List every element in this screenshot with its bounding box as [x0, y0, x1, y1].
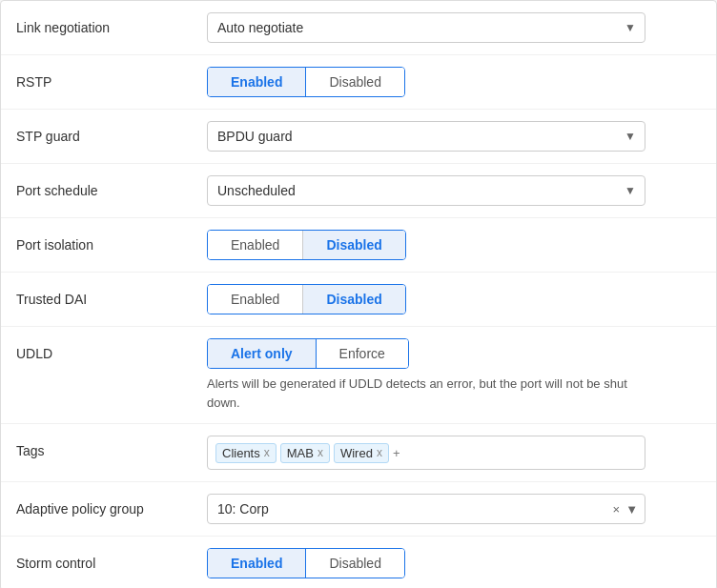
link-negotiation-row: Link negotiation Auto negotiate ▼ [1, 1, 716, 55]
udld-description: Alerts will be generated if UDLD detects… [207, 375, 645, 412]
stp-guard-label: STP guard [16, 121, 207, 144]
udld-control: Alert only Enforce Alerts will be genera… [207, 338, 701, 412]
tag-wired-text: Wired [340, 446, 373, 460]
rstp-toggle-group: Enabled Disabled [207, 67, 405, 97]
storm-control-enabled-button[interactable]: Enabled [208, 549, 306, 578]
udld-enforce-button[interactable]: Enforce [317, 339, 408, 368]
tag-mab-remove-button[interactable]: x [318, 447, 323, 458]
trusted-dai-control: Enabled Disabled [207, 284, 701, 314]
port-isolation-disabled-button[interactable]: Disabled [303, 231, 404, 259]
tag-wired: Wired x [334, 443, 389, 463]
rstp-enabled-button[interactable]: Enabled [208, 68, 306, 96]
tag-clients-remove-button[interactable]: x [264, 447, 270, 458]
stp-guard-select-wrapper: BPDU guard ▼ [207, 121, 645, 152]
udld-row: UDLD Alert only Enforce Alerts will be g… [1, 327, 716, 424]
trusted-dai-label: Trusted DAI [16, 284, 207, 307]
adaptive-policy-group-select[interactable]: 10: Corp [207, 494, 645, 524]
storm-control-control: Enabled Disabled [207, 548, 701, 578]
tags-row: Tags Clients x MAB x Wired x [1, 424, 716, 482]
tag-wired-remove-button[interactable]: x [377, 447, 382, 458]
link-negotiation-control: Auto negotiate ▼ [207, 12, 701, 43]
trusted-dai-disabled-button[interactable]: Disabled [303, 285, 404, 314]
rstp-label: RSTP [16, 67, 207, 90]
trusted-dai-row: Trusted DAI Enabled Disabled [1, 273, 716, 327]
adaptive-policy-group-control: 10: Corp × ▼ [207, 494, 701, 524]
link-negotiation-select-wrapper: Auto negotiate ▼ [207, 12, 645, 43]
link-negotiation-label: Link negotiation [16, 12, 207, 35]
trusted-dai-toggle-group: Enabled Disabled [207, 284, 406, 314]
adaptive-policy-group-select-wrapper: 10: Corp × ▼ [207, 494, 645, 524]
trusted-dai-enabled-button[interactable]: Enabled [208, 285, 303, 314]
adaptive-policy-group-row: Adaptive policy group 10: Corp × ▼ [1, 482, 716, 537]
tags-container[interactable]: Clients x MAB x Wired x [207, 436, 645, 470]
port-schedule-row: Port schedule Unscheduled ▼ [1, 164, 716, 218]
link-negotiation-select[interactable]: Auto negotiate [207, 12, 645, 43]
storm-control-toggle-group: Enabled Disabled [207, 548, 405, 578]
tags-control: Clients x MAB x Wired x [207, 436, 701, 470]
udld-label: UDLD [16, 338, 207, 361]
rstp-row: RSTP Enabled Disabled [1, 55, 716, 110]
rstp-disabled-button[interactable]: Disabled [306, 68, 403, 96]
stp-guard-select[interactable]: BPDU guard [207, 121, 645, 152]
stp-guard-row: STP guard BPDU guard ▼ [1, 110, 716, 164]
port-schedule-select-wrapper: Unscheduled ▼ [207, 175, 645, 206]
port-schedule-select[interactable]: Unscheduled [207, 175, 645, 206]
port-isolation-row: Port isolation Enabled Disabled [1, 218, 716, 273]
port-isolation-label: Port isolation [16, 230, 207, 253]
udld-toggle-group: Alert only Enforce [207, 338, 409, 369]
port-schedule-control: Unscheduled ▼ [207, 175, 701, 206]
udld-alert-only-button[interactable]: Alert only [208, 339, 317, 368]
tags-input[interactable] [393, 444, 431, 462]
port-isolation-toggle-group: Enabled Disabled [207, 230, 406, 260]
storm-control-disabled-button[interactable]: Disabled [306, 549, 403, 578]
tags-label: Tags [16, 436, 207, 458]
tag-mab: MAB x [280, 443, 330, 463]
stp-guard-control: BPDU guard ▼ [207, 121, 701, 152]
tag-clients-text: Clients [222, 446, 260, 460]
port-schedule-label: Port schedule [16, 175, 207, 198]
port-isolation-control: Enabled Disabled [207, 230, 701, 260]
adaptive-policy-group-label: Adaptive policy group [16, 494, 207, 517]
storm-control-label: Storm control [16, 548, 207, 571]
storm-control-row: Storm control Enabled Disabled [1, 537, 716, 588]
settings-panel: Link negotiation Auto negotiate ▼ RSTP E… [0, 0, 717, 588]
port-isolation-enabled-button[interactable]: Enabled [208, 231, 303, 259]
rstp-control: Enabled Disabled [207, 67, 701, 97]
tag-mab-text: MAB [287, 446, 314, 460]
tag-clients: Clients x [215, 443, 277, 463]
